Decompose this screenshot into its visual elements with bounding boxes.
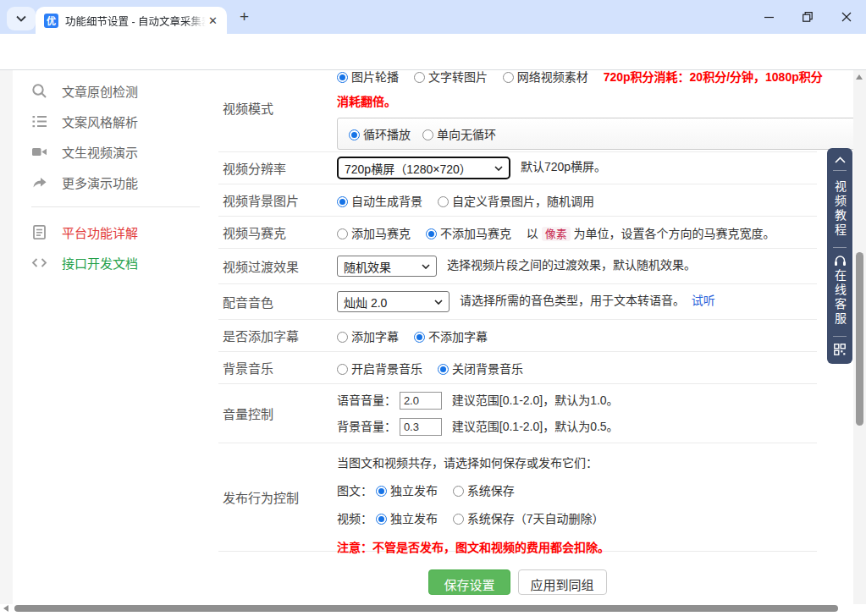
qr-code-icon — [834, 344, 846, 355]
browser-tab[interactable]: 优 功能细节设置 - 自动文章采集器 ✕ — [36, 7, 227, 34]
online-support-button[interactable]: 在线客服 — [834, 269, 846, 332]
new-tab-button[interactable]: + — [240, 8, 249, 26]
radio-icon[interactable] — [376, 514, 387, 525]
voice-select[interactable]: 灿灿 2.0 — [337, 291, 450, 312]
chevron-up-icon — [835, 157, 846, 163]
resolution-select[interactable]: 720p横屏（1280×720） — [337, 157, 510, 179]
sidebar-item-originality-check[interactable]: 文章原创检测 — [13, 75, 218, 106]
transition-select[interactable]: 随机效果 — [337, 256, 437, 277]
bgm-volume-input[interactable] — [400, 418, 442, 436]
radio-icon[interactable] — [337, 72, 348, 83]
radio-icon[interactable] — [414, 72, 425, 83]
window-close-button[interactable] — [827, 3, 866, 30]
radio-text-to-image[interactable]: 文字转图片 — [414, 70, 488, 84]
radio-bgm-on[interactable]: 开启背景音乐 — [337, 362, 422, 376]
radio-one-way-no-loop[interactable]: 单向无循环 — [422, 125, 496, 142]
video-tutorial-button[interactable]: 视频教程 — [834, 175, 846, 243]
sidebar-item-label: 接口开发文档 — [62, 254, 138, 272]
tab-search-button[interactable] — [7, 7, 36, 30]
radio-imagetext-system-save[interactable]: 系统保存 — [453, 484, 515, 498]
minimize-icon — [764, 13, 774, 22]
radio-custom-background[interactable]: 自定义背景图片，随机调用 — [438, 195, 594, 208]
radio-video-independent[interactable]: 独立发布 — [376, 512, 438, 525]
chevron-down-icon — [422, 264, 430, 269]
tab-close-icon[interactable]: ✕ — [206, 14, 220, 27]
radio-icon[interactable] — [503, 72, 514, 83]
sidebar-item-label: 文生视频演示 — [62, 143, 138, 161]
radio-icon[interactable] — [349, 129, 360, 140]
window-minimize-button[interactable] — [749, 3, 788, 30]
radio-auto-background[interactable]: 自动生成背景 — [337, 195, 422, 208]
tab-title: 功能细节设置 - 自动文章采集器 — [65, 13, 206, 29]
video-camera-icon — [31, 144, 47, 160]
headset-icon[interactable] — [834, 252, 847, 269]
horizontal-scrollbar[interactable] — [0, 604, 866, 613]
sidebar-item-label: 文章原创检测 — [62, 82, 138, 100]
radio-add-subtitle[interactable]: 添加字幕 — [337, 330, 399, 344]
row-label: 是否添加字幕 — [218, 327, 337, 344]
radio-icon[interactable] — [426, 228, 437, 239]
row-voice: 配音音色 灿灿 2.0 请选择所需的音色类型，用于文本转语音。 试听 — [218, 284, 817, 320]
radio-loop-play[interactable]: 循环播放 — [349, 125, 411, 142]
radio-icon[interactable] — [438, 364, 449, 375]
voice-volume-input[interactable] — [400, 392, 442, 410]
voice-volume-label: 语音音量： — [337, 393, 396, 407]
transition-hint: 选择视频片段之间的过渡效果，默认随机效果。 — [447, 258, 696, 272]
window-restore-button[interactable] — [788, 3, 827, 30]
row-label: 视频模式 — [218, 70, 337, 151]
row-label: 配音音色 — [218, 293, 337, 311]
publish-intro: 当图文和视频共存，请选择如何保存或发布它们： — [337, 454, 817, 470]
radio-icon[interactable] — [337, 364, 348, 375]
vertical-scrollbar-thumb[interactable] — [856, 252, 863, 426]
radio-add-mosaic[interactable]: 添加马赛克 — [337, 227, 411, 240]
radio-icon[interactable] — [422, 129, 433, 140]
browser-tab-strip: 优 功能细节设置 - 自动文章采集器 ✕ + — [0, 0, 866, 34]
row-label: 视频分辨率 — [218, 159, 337, 177]
points-cost-note: 720p积分消耗：20积分/分钟，1080p积分 — [604, 70, 823, 84]
voice-preview-link[interactable]: 试听 — [692, 294, 715, 307]
sidebar-item-api-docs[interactable]: 接口开发文档 — [13, 247, 218, 278]
radio-video-system-save[interactable]: 系统保存（7天自动删除） — [453, 512, 604, 525]
vertical-scrollbar[interactable] — [853, 70, 866, 604]
close-icon — [841, 12, 852, 22]
row-transition: 视频过渡效果 随机效果 选择视频片段之间的过渡效果，默认随机效果。 — [218, 249, 817, 284]
scroll-up-arrow-icon[interactable] — [856, 74, 863, 80]
back-to-top-button[interactable] — [835, 154, 846, 166]
publish-video-line: 视频： 独立发布 系统保存（7天自动删除） — [337, 509, 817, 526]
radio-imagetext-independent[interactable]: 独立发布 — [376, 484, 438, 498]
radio-icon[interactable] — [438, 196, 449, 207]
sidebar-item-more-demos[interactable]: 更多演示功能 — [13, 167, 218, 197]
radio-icon[interactable] — [337, 228, 348, 239]
radio-icon[interactable] — [337, 196, 348, 207]
radio-bgm-off[interactable]: 关闭背景音乐 — [438, 362, 523, 376]
voice-volume-line: 语音音量： 建议范围[0.1-2.0]，默认为1.0。 — [337, 391, 817, 410]
sidebar-item-text-to-video-demo[interactable]: 文生视频演示 — [13, 136, 218, 167]
radio-icon[interactable] — [453, 486, 464, 497]
qr-code-button[interactable] — [834, 341, 846, 358]
sidebar-item-style-analysis[interactable]: 文案风格解析 — [13, 106, 218, 136]
radio-icon[interactable] — [453, 514, 464, 525]
site-favicon: 优 — [44, 14, 58, 28]
save-settings-button[interactable]: 保存设置 — [428, 569, 510, 595]
row-mosaic: 视频马赛克 添加马赛克 不添加马赛克 以 像素 为单位，设置各个方向的马赛克宽度… — [218, 217, 817, 249]
scroll-left-arrow-icon[interactable] — [3, 605, 8, 612]
radio-web-video-material[interactable]: 网络视频素材 — [503, 70, 588, 84]
points-cost-note-wrap: 消耗翻倍。 — [337, 92, 866, 109]
radio-image-carousel[interactable]: 图片轮播 — [337, 70, 399, 84]
row-subtitle: 是否添加字幕 添加字幕 不添加字幕 — [218, 320, 817, 352]
voice-hint: 请选择所需的音色类型，用于文本转语音。 — [460, 294, 685, 307]
radio-icon[interactable] — [337, 332, 348, 343]
document-icon — [31, 224, 47, 240]
bgm-volume-label: 背景音量： — [337, 420, 396, 433]
publish-image-text-line: 图文： 独立发布 系统保存 — [337, 481, 817, 498]
sidebar-item-label: 文案风格解析 — [62, 113, 138, 130]
radio-icon[interactable] — [414, 332, 425, 343]
radio-icon[interactable] — [376, 486, 387, 497]
apply-to-group-button[interactable]: 应用到同组 — [518, 569, 607, 595]
radio-no-mosaic[interactable]: 不添加马赛克 — [426, 227, 511, 240]
sidebar-item-platform-features[interactable]: 平台功能详解 — [13, 217, 218, 247]
radio-no-subtitle[interactable]: 不添加字幕 — [414, 330, 488, 344]
bgm-volume-hint: 建议范围[0.1-2.0]，默认为0.5。 — [452, 420, 619, 433]
row-label: 发布行为控制 — [218, 443, 337, 551]
horizontal-scrollbar-thumb[interactable] — [14, 605, 838, 612]
